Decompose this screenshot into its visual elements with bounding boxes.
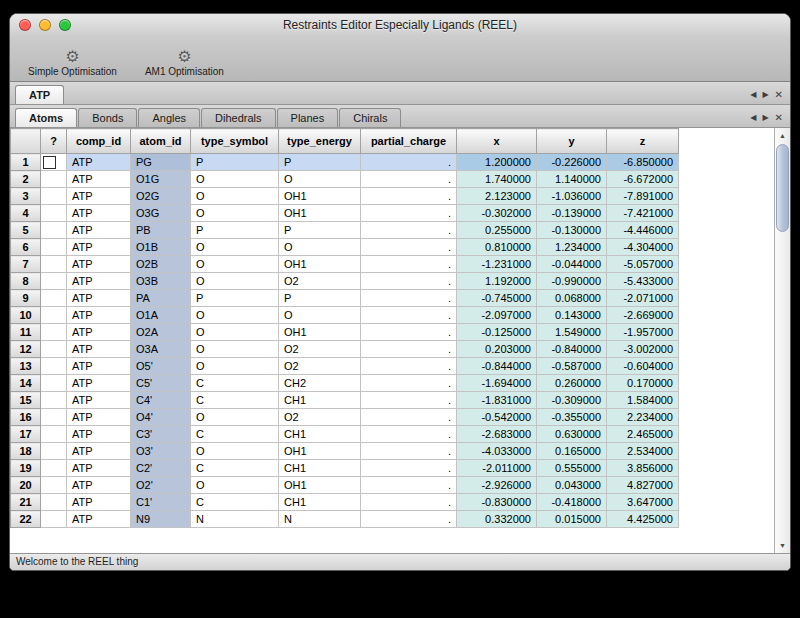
z-cell[interactable]: 3.856000 [607,460,679,477]
row-number[interactable]: 2 [11,171,41,188]
flag-cell[interactable] [41,290,67,307]
z-cell[interactable]: -1.957000 [607,324,679,341]
tab-scroll-right-icon[interactable]: ▶ [762,113,768,123]
x-cell[interactable]: 1.192000 [457,273,537,290]
type_symbol-cell[interactable]: O [191,477,279,494]
comp_id-cell[interactable]: ATP [67,222,131,239]
comp_id-cell[interactable]: ATP [67,290,131,307]
scroll-down-button[interactable]: ▼ [775,538,790,553]
comp_id-cell[interactable]: ATP [67,256,131,273]
flag-cell[interactable] [41,154,67,171]
y-cell[interactable]: -0.309000 [537,392,607,409]
type_symbol-cell[interactable]: N [191,511,279,528]
row-number[interactable]: 16 [11,409,41,426]
comp_id-cell[interactable]: ATP [67,409,131,426]
flag-cell[interactable] [41,460,67,477]
y-cell[interactable]: 0.068000 [537,290,607,307]
atom_id-cell[interactable]: PG [131,154,191,171]
row-number[interactable]: 13 [11,358,41,375]
type_energy-cell[interactable]: P [279,154,361,171]
comp_id-cell[interactable]: ATP [67,341,131,358]
atom_id-cell[interactable]: C2' [131,460,191,477]
x-cell[interactable]: -1.694000 [457,375,537,392]
partial_charge-cell[interactable]: . [361,477,457,494]
y-cell[interactable]: -0.355000 [537,409,607,426]
flag-cell[interactable] [41,392,67,409]
flag-cell[interactable] [41,171,67,188]
tab-angles[interactable]: Angles [138,108,200,127]
type_energy-cell[interactable]: OH1 [279,205,361,222]
y-cell[interactable]: -0.044000 [537,256,607,273]
type_energy-cell[interactable]: CH1 [279,392,361,409]
z-cell[interactable]: -4.304000 [607,239,679,256]
flag-cell[interactable] [41,239,67,256]
atom_id-cell[interactable]: O2A [131,324,191,341]
z-cell[interactable]: 4.425000 [607,511,679,528]
partial_charge-cell[interactable]: . [361,205,457,222]
type_symbol-cell[interactable]: O [191,307,279,324]
partial_charge-cell[interactable]: . [361,409,457,426]
tab-scroll-left-icon[interactable]: ◀ [750,113,756,123]
comp_id-cell[interactable]: ATP [67,460,131,477]
type_energy-cell[interactable]: OH1 [279,324,361,341]
y-cell[interactable]: 1.549000 [537,324,607,341]
partial_charge-cell[interactable]: . [361,154,457,171]
zoom-window-button[interactable] [59,19,71,31]
type_energy-cell[interactable]: P [279,222,361,239]
scroll-up-button[interactable]: ▲ [775,128,790,143]
x-cell[interactable]: -0.302000 [457,205,537,222]
y-cell[interactable]: 0.165000 [537,443,607,460]
y-cell[interactable]: 0.015000 [537,511,607,528]
comp_id-cell[interactable]: ATP [67,426,131,443]
y-cell[interactable]: -0.130000 [537,222,607,239]
comp_id-cell[interactable]: ATP [67,477,131,494]
flag-cell[interactable] [41,341,67,358]
comp_id-cell[interactable]: ATP [67,307,131,324]
comp_id-cell[interactable]: ATP [67,205,131,222]
type_energy-cell[interactable]: CH1 [279,494,361,511]
type_symbol-cell[interactable]: C [191,494,279,511]
type_symbol-cell[interactable]: O [191,409,279,426]
type_energy-cell[interactable]: O2 [279,273,361,290]
type_symbol-cell[interactable]: O [191,273,279,290]
row-number[interactable]: 11 [11,324,41,341]
type_symbol-cell[interactable]: O [191,239,279,256]
type_symbol-cell[interactable]: P [191,290,279,307]
y-cell[interactable]: 0.043000 [537,477,607,494]
flag-cell[interactable] [41,426,67,443]
atom_id-cell[interactable]: C3' [131,426,191,443]
atom_id-cell[interactable]: O5' [131,358,191,375]
column-header-y[interactable]: y [537,129,607,154]
flag-cell[interactable] [41,273,67,290]
z-cell[interactable]: -5.057000 [607,256,679,273]
partial_charge-cell[interactable]: . [361,375,457,392]
partial_charge-cell[interactable]: . [361,324,457,341]
active-cell-editor[interactable] [43,156,56,169]
type_symbol-cell[interactable]: O [191,171,279,188]
row-number[interactable]: 17 [11,426,41,443]
atom_id-cell[interactable]: C1' [131,494,191,511]
partial_charge-cell[interactable]: . [361,222,457,239]
type_symbol-cell[interactable]: C [191,426,279,443]
comp_id-cell[interactable]: ATP [67,511,131,528]
partial_charge-cell[interactable]: . [361,273,457,290]
z-cell[interactable]: -6.850000 [607,154,679,171]
z-cell[interactable]: -3.002000 [607,341,679,358]
comp_id-cell[interactable]: ATP [67,154,131,171]
tab-dihedrals[interactable]: Dihedrals [201,108,275,127]
atom_id-cell[interactable]: O3B [131,273,191,290]
comp_id-cell[interactable]: ATP [67,239,131,256]
title-bar[interactable]: Restraints Editor Especially Ligands (RE… [10,14,790,36]
row-number[interactable]: 20 [11,477,41,494]
flag-cell[interactable] [41,358,67,375]
comp_id-cell[interactable]: ATP [67,324,131,341]
row-number[interactable]: 4 [11,205,41,222]
y-cell[interactable]: 0.143000 [537,307,607,324]
type_symbol-cell[interactable]: O [191,358,279,375]
x-cell[interactable]: -2.011000 [457,460,537,477]
partial_charge-cell[interactable]: . [361,494,457,511]
am1-optimisation-button[interactable]: ⚙ AM1 Optimisation [139,47,230,78]
column-header-comp_id[interactable]: comp_id [67,129,131,154]
scrollbar-thumb[interactable] [776,144,789,232]
row-number[interactable]: 1 [11,154,41,171]
